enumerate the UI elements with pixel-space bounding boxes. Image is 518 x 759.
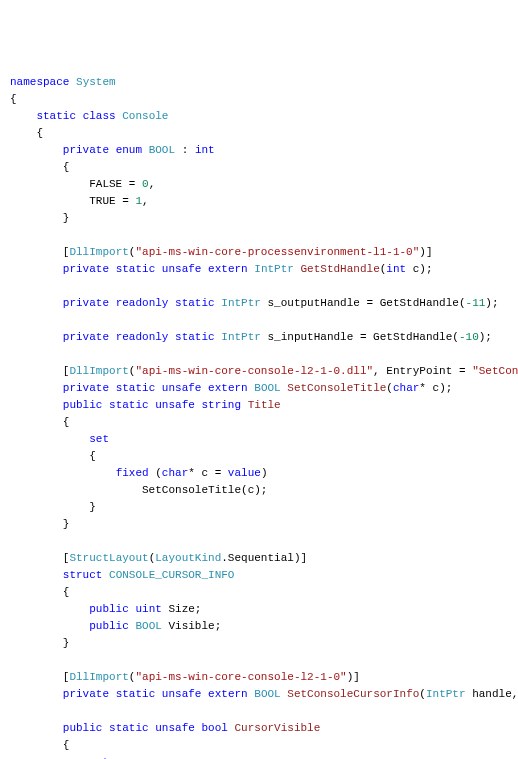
code-token: unsafe — [162, 688, 202, 700]
code-token: unsafe — [155, 399, 195, 411]
code-token: fixed — [116, 467, 149, 479]
code-token: readonly — [116, 297, 169, 309]
code-token: 0 — [142, 178, 149, 190]
code-token: extern — [208, 263, 248, 275]
code-token: BOOL — [149, 144, 175, 156]
code-token: struct — [63, 569, 103, 581]
code-token: "api-ms-win-core-console-l2-1-0" — [135, 671, 346, 683]
code-token: string — [201, 399, 241, 411]
code-token: char — [162, 467, 188, 479]
code-token: BOOL — [135, 620, 161, 632]
code-token: GetStdHandle — [301, 263, 380, 275]
code-token: unsafe — [162, 382, 202, 394]
code-token: static — [116, 382, 156, 394]
code-token: value — [228, 467, 261, 479]
code-token: static — [175, 297, 215, 309]
code-token: IntPtr — [221, 297, 261, 309]
code-token: IntPtr — [254, 263, 294, 275]
code-token: readonly — [116, 331, 169, 343]
code-token: public — [89, 603, 129, 615]
code-token: System — [76, 76, 116, 88]
code-token: Title — [248, 399, 281, 411]
code-token: 1 — [135, 195, 142, 207]
code-token: unsafe — [155, 722, 195, 734]
code-token: "api-ms-win-core-console-l2-1-0.dll" — [135, 365, 373, 377]
code-token: int — [386, 263, 406, 275]
code-token: extern — [208, 382, 248, 394]
code-token: SetConsoleTitle — [287, 382, 386, 394]
code-token: namespace — [10, 76, 69, 88]
code-token: public — [63, 722, 103, 734]
code-token: static — [116, 688, 156, 700]
code-token: bool — [201, 722, 227, 734]
code-token: int — [195, 144, 215, 156]
code-token: BOOL — [254, 382, 280, 394]
code-token: static — [109, 399, 149, 411]
code-token: DllImport — [69, 365, 128, 377]
code-token: DllImport — [69, 246, 128, 258]
code-token: IntPtr — [426, 688, 466, 700]
code-token: unsafe — [162, 263, 202, 275]
code-token: uint — [135, 603, 161, 615]
code-token: LayoutKind — [155, 552, 221, 564]
code-token: CONSOLE_CURSOR_INFO — [109, 569, 234, 581]
code-token: static — [175, 331, 215, 343]
code-token: public — [63, 399, 103, 411]
code-token: -10 — [459, 331, 479, 343]
code-token: IntPtr — [221, 331, 261, 343]
code-token: BOOL — [254, 688, 280, 700]
code-token: enum — [116, 144, 142, 156]
code-token: private — [63, 263, 109, 275]
code-token: private — [63, 688, 109, 700]
code-token: "api-ms-win-core-processenvironment-l1-1… — [135, 246, 419, 258]
code-token: private — [63, 144, 109, 156]
code-token: class — [83, 110, 116, 122]
code-token: set — [89, 433, 109, 445]
code-token: static — [36, 110, 76, 122]
code-token: static — [116, 263, 156, 275]
code-token: Console — [122, 110, 168, 122]
code-token: private — [63, 297, 109, 309]
code-token: extern — [208, 688, 248, 700]
code-token: public — [89, 620, 129, 632]
code-token: static — [109, 722, 149, 734]
code-token: DllImport — [69, 671, 128, 683]
code-token: SetConsoleCursorInfo — [287, 688, 419, 700]
code-token: private — [63, 331, 109, 343]
code-token: -11 — [466, 297, 486, 309]
code-block: namespace System { static class Console … — [10, 74, 518, 759]
code-token: CursorVisible — [234, 722, 320, 734]
code-token: "SetConsoleTitleW" — [472, 365, 518, 377]
code-token: private — [63, 382, 109, 394]
code-token: StructLayout — [69, 552, 148, 564]
code-token: char — [393, 382, 419, 394]
